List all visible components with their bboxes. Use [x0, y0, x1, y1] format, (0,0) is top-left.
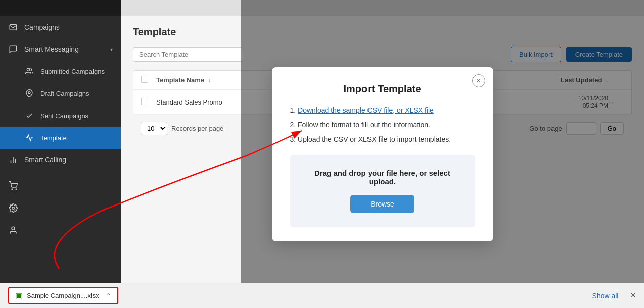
drop-text: Drag and drop your file here, or select …	[300, 169, 465, 186]
import-template-modal: × Import Template 1. Download the sample…	[272, 67, 493, 241]
sidebar-item-submitted-campaigns[interactable]: Submitted Campaigns	[0, 60, 121, 82]
sidebar-item-settings[interactable]	[0, 197, 121, 219]
chevron-up-icon[interactable]: ⌃	[106, 292, 111, 299]
sidebar-item-label: Draft Campaigns	[40, 90, 113, 97]
sidebar-item-smart-messaging[interactable]: Smart Messaging ▾	[0, 38, 121, 60]
header-checkbox[interactable]	[141, 76, 148, 83]
pagination-left: 10 25 50 Records per page	[141, 122, 223, 135]
step-3: 3. Upload the CSV or XLSX file to import…	[290, 134, 475, 145]
bottom-bar: ▣ Sample Campaign....xlsx ⌃ Show all ×	[0, 283, 644, 308]
sidebar-item-label: Template	[40, 134, 113, 142]
svg-point-6	[12, 189, 13, 190]
main-content: Template Bulk Import Create Template Tem…	[121, 0, 644, 308]
svg-point-8	[12, 207, 15, 210]
sidebar-item-sent-campaigns[interactable]: Sent Campaigns	[0, 105, 121, 127]
user-icon	[8, 225, 18, 235]
sidebar-top-bar	[0, 0, 121, 16]
gear-icon	[8, 203, 18, 213]
modal-title: Import Template	[290, 83, 475, 95]
sidebar-item-label: Smart Messaging	[24, 45, 104, 53]
location-icon	[24, 88, 34, 98]
page-size-select[interactable]: 10 25 50	[141, 122, 167, 135]
chevron-down-icon: ▾	[110, 47, 113, 52]
check-icon	[24, 111, 34, 121]
svg-point-7	[16, 189, 17, 190]
svg-point-1	[27, 68, 29, 71]
file-name: Sample Campaign....xlsx	[27, 292, 99, 299]
smart-messaging-icon	[8, 44, 18, 54]
sidebar-item-draft-campaigns[interactable]: Draft Campaigns	[0, 82, 121, 105]
modal-close-button[interactable]: ×	[472, 74, 485, 87]
sort-icon: ↕	[208, 78, 211, 83]
step-2: 2. Follow the format to fill out the inf…	[290, 120, 475, 130]
modal-steps: 1. Download the sample CSV file, or XLSX…	[290, 105, 475, 145]
users-icon	[24, 66, 34, 76]
sidebar-item-label: Sent Campaigns	[40, 112, 113, 120]
template-icon	[24, 133, 34, 143]
bar-chart-icon	[8, 155, 18, 165]
close-bar-button[interactable]: ×	[630, 290, 636, 301]
browse-button[interactable]: Browse	[350, 195, 414, 213]
sidebar-item-label: Submitted Campaigns	[40, 68, 113, 75]
download-link[interactable]: Download the sample CSV file, or XLSX fi…	[298, 106, 434, 114]
step-1: 1. Download the sample CSV file, or XLSX…	[290, 105, 475, 116]
upload-area[interactable]: Drag and drop your file here, or select …	[290, 155, 475, 227]
sidebar-item-label: Campaigns	[24, 23, 113, 31]
download-file-item[interactable]: ▣ Sample Campaign....xlsx ⌃	[8, 287, 118, 304]
sidebar-item-label: Smart Calling	[24, 156, 113, 164]
sidebar-item-profile[interactable]	[0, 219, 121, 241]
svg-point-9	[12, 227, 15, 230]
row-checkbox[interactable]	[141, 98, 148, 105]
cart-icon	[8, 181, 18, 191]
sidebar-item-cart[interactable]	[0, 175, 121, 197]
sidebar-item-campaigns[interactable]: Campaigns	[0, 16, 121, 38]
xlsx-file-icon: ▣	[15, 291, 23, 300]
svg-point-2	[28, 92, 30, 94]
sidebar-item-template[interactable]: Template	[0, 127, 121, 149]
sidebar: Campaigns Smart Messaging ▾ Submitted Ca…	[0, 0, 121, 308]
records-label: Records per page	[171, 125, 223, 132]
campaigns-icon	[8, 22, 18, 32]
show-all-button[interactable]: Show all	[592, 292, 619, 300]
search-input[interactable]	[133, 47, 243, 62]
sidebar-item-smart-calling[interactable]: Smart Calling	[0, 149, 121, 171]
